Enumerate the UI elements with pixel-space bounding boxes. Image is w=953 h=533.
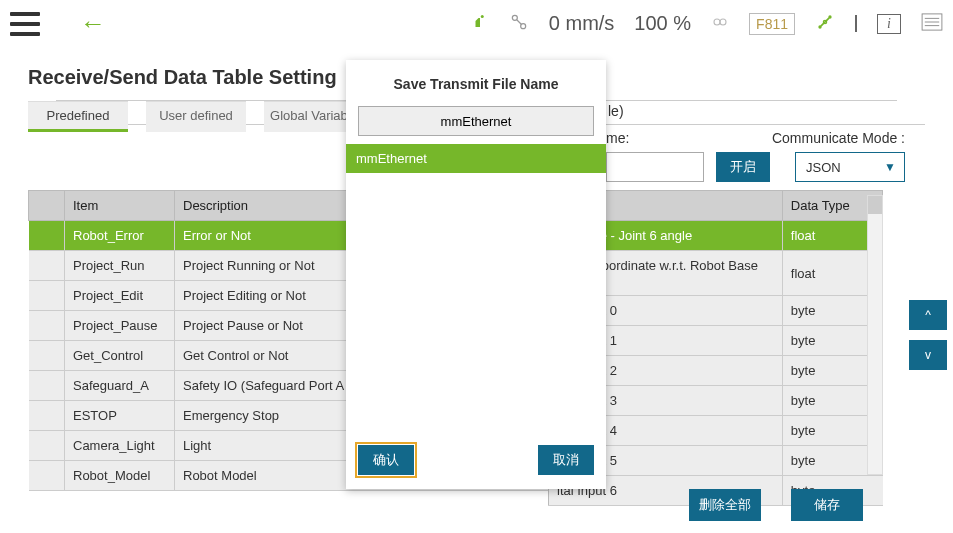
error-code[interactable]: F811 [749,13,795,35]
file-name-label-fragment: me: [606,130,629,146]
row-blank [29,461,65,491]
page-down-button[interactable]: v [909,340,947,370]
row-item: ESTOP [65,401,175,431]
dock-icon[interactable] [855,16,857,31]
row-item: Camera_Light [65,431,175,461]
comm-mode-value: JSON [806,160,841,175]
row-blank [29,431,65,461]
robot-status-icon [471,12,489,35]
row-item: Project_Pause [65,311,175,341]
file-name-input[interactable] [606,152,704,182]
comm-mode-label: Communicate Mode : [772,130,905,146]
row-blank [29,221,65,251]
percent-value: 100 % [634,12,691,35]
row-item: Robot_Error [65,221,175,251]
svg-point-3 [714,19,720,25]
row-blank [29,401,65,431]
left-col-item: Item [65,191,175,221]
delete-all-button[interactable]: 删除全部 [689,489,761,521]
left-col-blank [29,191,65,221]
row-item: Project_Edit [65,281,175,311]
row-item: Robot_Model [65,461,175,491]
row-blank [29,371,65,401]
row-item: Safeguard_A [65,371,175,401]
row-item: Get_Control [65,341,175,371]
right-scrollbar[interactable] [867,195,883,475]
comm-mode-select[interactable]: JSON ▼ [795,152,905,182]
tab-predefined[interactable]: Predefined [28,101,128,132]
open-button[interactable]: 开启 [716,152,770,182]
tab-user-defined[interactable]: User defined [146,101,246,132]
svg-point-4 [720,19,726,25]
right-panel-title-fragment: le) [608,103,624,119]
modal-title: Save Transmit File Name [346,60,606,106]
scrollbar-thumb[interactable] [868,196,882,214]
connector-icon[interactable] [815,12,835,35]
speed-value: 0 mm/s [549,12,615,35]
info-icon[interactable]: i [877,14,901,34]
modal-cancel-button[interactable]: 取消 [538,445,594,475]
modal-filename-input[interactable] [358,106,594,136]
menu-icon[interactable] [10,12,40,36]
modal-ok-button[interactable]: 确认 [358,445,414,475]
svg-point-0 [481,15,484,18]
topbar: ← 0 mm/s 100 % F811 i [0,0,953,48]
row-blank [29,251,65,281]
back-arrow-icon[interactable]: ← [80,8,106,39]
save-button[interactable]: 储存 [791,489,863,521]
modal-body-space [346,173,606,435]
modal-list-item[interactable]: mmEthernet [346,144,606,173]
page-up-button[interactable]: ^ [909,300,947,330]
row-blank [29,341,65,371]
chevron-down-icon: ▼ [884,160,896,174]
link-icon [711,13,729,35]
save-file-modal: Save Transmit File Name mmEthernet 确认 取消 [346,60,606,489]
row-item: Project_Run [65,251,175,281]
list-icon[interactable] [921,13,943,34]
speed-icon [509,12,529,36]
row-blank [29,281,65,311]
row-blank [29,311,65,341]
